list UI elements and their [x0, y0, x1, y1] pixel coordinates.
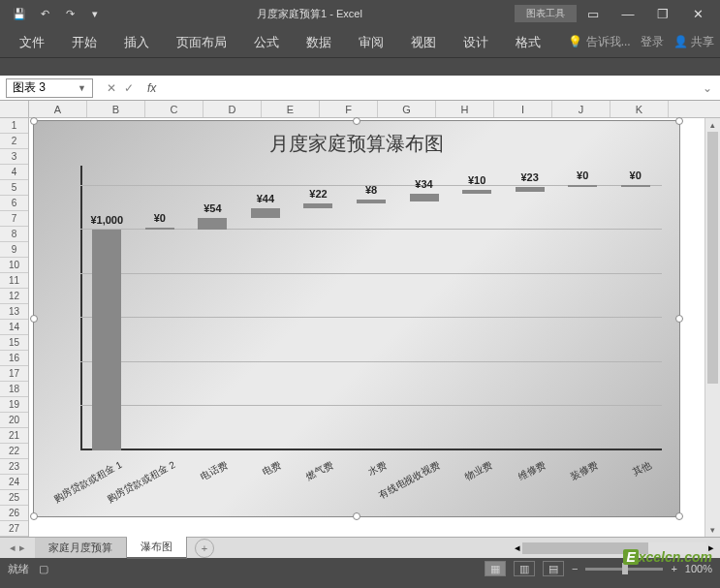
- chart-bar[interactable]: [198, 218, 227, 230]
- scroll-down-icon[interactable]: ▾: [705, 523, 720, 537]
- row-header[interactable]: 8: [0, 227, 28, 242]
- row-header[interactable]: 12: [0, 289, 28, 304]
- undo-icon[interactable]: ↶: [35, 4, 54, 23]
- zoom-out-icon[interactable]: −: [572, 563, 578, 574]
- column-header[interactable]: A: [29, 101, 87, 117]
- tab-formulas[interactable]: 公式: [240, 28, 293, 57]
- formula-input[interactable]: [162, 78, 695, 98]
- resize-handle[interactable]: [675, 117, 683, 125]
- chart-bar[interactable]: [251, 208, 280, 218]
- row-header[interactable]: 9: [0, 242, 28, 258]
- chart-bar[interactable]: [303, 203, 332, 208]
- tell-me-search[interactable]: 💡 告诉我...: [568, 34, 630, 50]
- tab-design[interactable]: 设计: [450, 28, 502, 57]
- share-button[interactable]: 👤 共享: [673, 34, 714, 50]
- row-header[interactable]: 16: [0, 351, 28, 366]
- column-header[interactable]: G: [378, 101, 436, 117]
- chart-bar[interactable]: [516, 187, 545, 192]
- row-header[interactable]: 1: [0, 118, 28, 134]
- chart-bar[interactable]: [357, 200, 386, 203]
- view-page-layout-icon[interactable]: ▥: [514, 561, 535, 576]
- view-normal-icon[interactable]: ▦: [485, 561, 506, 576]
- column-header[interactable]: E: [262, 101, 320, 117]
- macro-record-icon[interactable]: ▢: [39, 563, 48, 575]
- row-header[interactable]: 10: [0, 258, 28, 273]
- chart-title[interactable]: 月度家庭预算瀑布图: [34, 121, 679, 167]
- row-header[interactable]: 15: [0, 335, 28, 351]
- chart-bar[interactable]: [145, 228, 174, 230]
- minimize-icon[interactable]: —: [611, 3, 644, 24]
- expand-formula-bar-icon[interactable]: ⌄: [695, 81, 720, 95]
- tab-review[interactable]: 审阅: [345, 28, 397, 57]
- resize-handle[interactable]: [675, 315, 683, 323]
- enter-formula-icon[interactable]: ✓: [124, 81, 134, 95]
- row-header[interactable]: 14: [0, 320, 28, 335]
- row-header[interactable]: 4: [0, 165, 28, 180]
- close-icon[interactable]: ✕: [681, 3, 714, 24]
- column-header[interactable]: D: [203, 101, 262, 117]
- tab-format[interactable]: 格式: [502, 28, 554, 57]
- redo-icon[interactable]: ↷: [60, 4, 79, 23]
- tab-page-layout[interactable]: 页面布局: [163, 28, 240, 57]
- column-header[interactable]: F: [320, 101, 378, 117]
- select-all-cell[interactable]: [0, 101, 28, 118]
- view-page-break-icon[interactable]: ▤: [543, 561, 564, 576]
- chart-bar[interactable]: [621, 185, 650, 187]
- fx-icon[interactable]: fx: [141, 81, 162, 95]
- row-header[interactable]: 2: [0, 134, 28, 149]
- signin-link[interactable]: 登录: [641, 34, 664, 50]
- row-header[interactable]: 18: [0, 382, 28, 397]
- tab-home[interactable]: 开始: [58, 28, 110, 57]
- resize-handle[interactable]: [353, 117, 360, 125]
- ribbon-display-options-icon[interactable]: ▭: [577, 3, 610, 24]
- resize-handle[interactable]: [30, 117, 38, 125]
- row-header[interactable]: 23: [0, 459, 28, 475]
- row-header[interactable]: 22: [0, 444, 28, 459]
- qat-customize-icon[interactable]: ▾: [85, 4, 105, 23]
- tab-file[interactable]: 文件: [6, 28, 58, 57]
- row-header[interactable]: 6: [0, 196, 28, 211]
- chart-plot-area[interactable]: ¥1,000¥0¥54¥44¥22¥8¥34¥10¥23¥0¥0: [80, 166, 662, 450]
- chart-bar[interactable]: [462, 190, 491, 194]
- column-header[interactable]: B: [87, 101, 145, 117]
- scrollbar-thumb[interactable]: [707, 132, 718, 384]
- tab-nav-prev-icon[interactable]: ◂: [10, 542, 16, 554]
- save-icon[interactable]: 💾: [10, 4, 29, 23]
- row-header[interactable]: 24: [0, 475, 28, 490]
- row-header[interactable]: 7: [0, 211, 28, 227]
- tab-nav-next-icon[interactable]: ▸: [19, 542, 25, 554]
- row-header[interactable]: 25: [0, 490, 28, 506]
- scroll-left-icon[interactable]: ◂: [515, 542, 520, 554]
- tab-data[interactable]: 数据: [293, 28, 345, 57]
- name-box[interactable]: 图表 3 ▼: [6, 78, 93, 98]
- column-header[interactable]: K: [610, 101, 669, 117]
- row-header[interactable]: 11: [0, 273, 28, 289]
- restore-icon[interactable]: ❐: [646, 3, 679, 24]
- chart-bar[interactable]: [410, 194, 439, 201]
- row-header[interactable]: 19: [0, 397, 28, 413]
- column-header[interactable]: I: [494, 101, 552, 117]
- chart-bar[interactable]: [92, 230, 121, 450]
- sheet-tab-budget[interactable]: 家庭月度预算: [35, 538, 127, 558]
- row-header[interactable]: 5: [0, 180, 28, 196]
- zoom-slider[interactable]: [585, 568, 663, 571]
- add-sheet-button[interactable]: +: [195, 539, 214, 558]
- row-header[interactable]: 17: [0, 366, 28, 382]
- tab-insert[interactable]: 插入: [110, 28, 163, 57]
- chart-object[interactable]: 月度家庭预算瀑布图 ¥1,000¥0¥54¥44¥22¥8¥34¥10¥23¥0…: [33, 120, 680, 517]
- row-header[interactable]: 21: [0, 428, 28, 444]
- scroll-up-icon[interactable]: ▴: [705, 118, 720, 132]
- tab-view[interactable]: 视图: [397, 28, 450, 57]
- vertical-scrollbar[interactable]: ▴ ▾: [704, 118, 720, 537]
- row-header[interactable]: 3: [0, 149, 28, 165]
- resize-handle[interactable]: [675, 512, 683, 520]
- column-header[interactable]: C: [145, 101, 203, 117]
- column-header[interactable]: H: [436, 101, 494, 117]
- chart-bar[interactable]: [568, 185, 597, 187]
- resize-handle[interactable]: [30, 512, 38, 520]
- cancel-formula-icon[interactable]: ✕: [107, 81, 116, 95]
- row-header[interactable]: 20: [0, 413, 28, 428]
- row-header[interactable]: 26: [0, 506, 28, 521]
- column-header[interactable]: J: [552, 101, 610, 117]
- row-header[interactable]: 27: [0, 521, 28, 537]
